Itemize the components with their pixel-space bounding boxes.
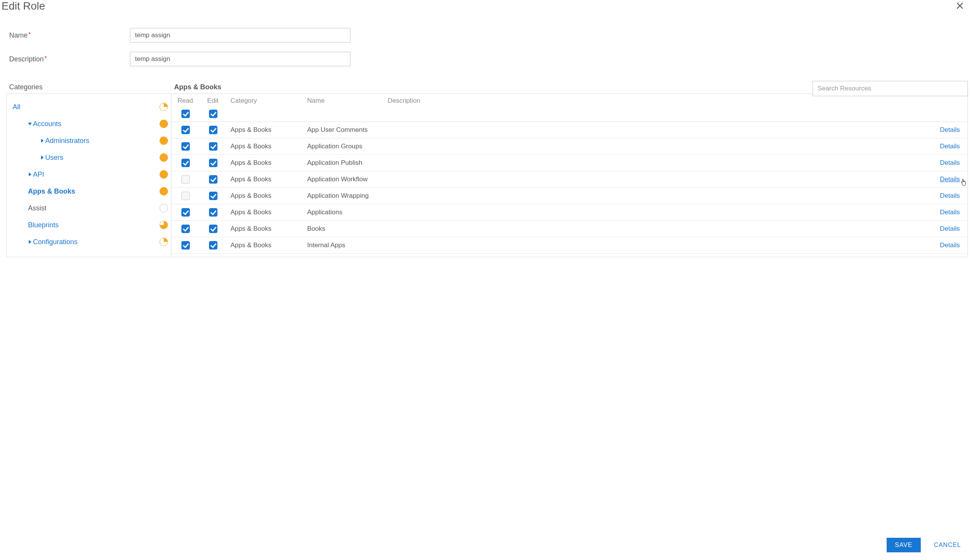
save-button[interactable]: SAVE xyxy=(887,538,921,552)
edit-checkbox[interactable] xyxy=(209,126,217,134)
category-label: Blueprints xyxy=(28,221,59,229)
cell-description xyxy=(384,122,933,138)
table-row: Apps & BooksApplication GroupsDetails xyxy=(172,138,968,155)
details-link[interactable]: Details xyxy=(940,192,960,199)
read-checkbox[interactable] xyxy=(182,159,190,167)
read-checkbox[interactable] xyxy=(182,192,190,200)
cell-category: Apps & Books xyxy=(227,188,304,204)
category-item-configurations[interactable]: Configurations xyxy=(13,233,168,250)
table-row: Apps & BooksApplication PublishDetails xyxy=(172,155,968,171)
page-title: Edit Role xyxy=(2,0,45,12)
cell-category: Apps & Books xyxy=(227,122,304,138)
category-item-assist[interactable]: Assist xyxy=(13,200,168,217)
read-checkbox[interactable] xyxy=(182,142,190,151)
table-header-label: Apps & Books xyxy=(174,83,221,91)
cell-name: Internal Apps xyxy=(304,237,384,254)
cell-name: App User Comments xyxy=(304,122,384,138)
category-item-accounts[interactable]: Accounts xyxy=(13,115,168,132)
category-label: Assist xyxy=(28,204,47,212)
cell-category: Apps & Books xyxy=(227,237,304,254)
cancel-button[interactable]: CANCEL xyxy=(931,541,963,549)
col-name: Name xyxy=(304,94,384,122)
cell-category: Apps & Books xyxy=(227,221,304,237)
edit-checkbox[interactable] xyxy=(209,159,217,167)
cell-description xyxy=(384,171,933,188)
edit-checkbox[interactable] xyxy=(209,142,217,151)
chevron-right-icon xyxy=(40,139,44,143)
status-indicator xyxy=(160,120,168,128)
cell-description xyxy=(384,221,933,237)
name-input[interactable] xyxy=(130,28,350,43)
table-row: Apps & BooksNotifyDetails xyxy=(172,254,968,257)
cell-name: Application Groups xyxy=(304,138,384,155)
cell-name: Books xyxy=(304,221,384,237)
details-link[interactable]: Details xyxy=(940,225,960,232)
cell-description xyxy=(384,254,933,257)
category-label: Configurations xyxy=(33,238,77,246)
table-row: Apps & BooksApplicationsDetails xyxy=(172,204,968,221)
status-indicator xyxy=(160,103,168,111)
edit-checkbox[interactable] xyxy=(209,175,217,183)
category-label: All xyxy=(13,103,20,111)
categories-panel[interactable]: AllAccountsAdministratorsUsersAPIApps & … xyxy=(7,94,172,257)
details-link[interactable]: Details xyxy=(940,175,960,183)
details-link[interactable]: Details xyxy=(940,242,960,249)
read-checkbox[interactable] xyxy=(182,225,190,233)
details-link[interactable]: Details xyxy=(940,159,960,167)
category-item-administrators[interactable]: Administrators xyxy=(13,132,168,149)
permissions-panel[interactable]: Read Edit Category Name Description Apps xyxy=(172,94,968,257)
cursor-pointer-icon xyxy=(960,178,968,187)
cell-category: Apps & Books xyxy=(227,155,304,171)
chevron-right-icon xyxy=(28,172,32,176)
status-indicator xyxy=(160,238,168,246)
category-label: Administrators xyxy=(45,137,89,145)
col-read: Read xyxy=(175,97,195,105)
read-checkbox[interactable] xyxy=(182,126,190,134)
category-label: Users xyxy=(45,154,63,162)
cell-name: Notify xyxy=(304,254,384,257)
category-label: API xyxy=(33,170,44,178)
chevron-down-icon xyxy=(28,122,32,126)
table-row: Apps & BooksApp User CommentsDetails xyxy=(172,122,968,138)
close-icon xyxy=(956,2,964,10)
details-link[interactable]: Details xyxy=(940,143,960,150)
cell-name: Applications xyxy=(304,204,384,221)
category-item-api[interactable]: API xyxy=(13,166,168,183)
read-checkbox[interactable] xyxy=(182,175,190,183)
edit-checkbox[interactable] xyxy=(209,192,217,200)
cell-description xyxy=(384,138,933,155)
cell-description xyxy=(384,204,933,221)
close-button[interactable] xyxy=(953,0,967,13)
col-edit: Edit xyxy=(203,97,223,105)
table-row: Apps & BooksApplication WorkflowDetails xyxy=(172,171,968,188)
details-link[interactable]: Details xyxy=(940,126,960,133)
chevron-right-icon xyxy=(40,156,44,160)
cell-category: Apps & Books xyxy=(227,138,304,155)
category-item-blueprints[interactable]: Blueprints xyxy=(13,217,168,233)
details-link[interactable]: Details xyxy=(940,208,960,216)
read-checkbox[interactable] xyxy=(182,241,190,250)
categories-header: Categories xyxy=(9,83,174,91)
status-indicator xyxy=(160,170,168,178)
status-indicator xyxy=(160,187,168,195)
col-description: Description xyxy=(384,94,933,122)
category-item-all[interactable]: All xyxy=(13,98,168,115)
cell-name: Application Wrapping xyxy=(304,188,384,204)
cell-name: Application Publish xyxy=(304,155,384,171)
table-row: Apps & BooksApplication WrappingDetails xyxy=(172,188,968,204)
category-item-apps-books[interactable]: Apps & Books xyxy=(13,183,168,200)
chevron-right-icon xyxy=(28,240,32,244)
edit-checkbox[interactable] xyxy=(209,225,217,233)
status-indicator xyxy=(160,153,168,162)
edit-checkbox[interactable] xyxy=(209,208,217,217)
header-edit-checkbox[interactable] xyxy=(209,110,217,118)
description-input[interactable] xyxy=(130,52,350,66)
status-indicator xyxy=(160,137,168,145)
cell-description xyxy=(384,237,933,254)
header-read-checkbox[interactable] xyxy=(182,110,190,118)
read-checkbox[interactable] xyxy=(182,208,190,217)
edit-checkbox[interactable] xyxy=(209,241,217,250)
category-item-users[interactable]: Users xyxy=(13,149,168,166)
status-indicator xyxy=(160,221,168,229)
cell-category: Apps & Books xyxy=(227,171,304,188)
